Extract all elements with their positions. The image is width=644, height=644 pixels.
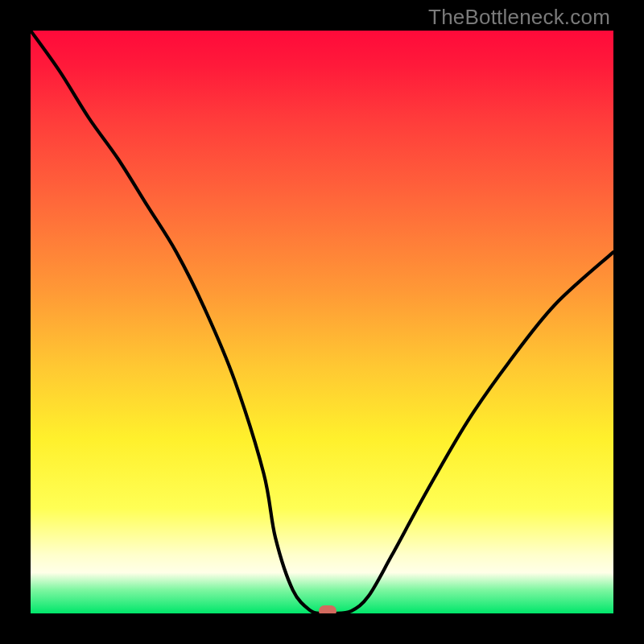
bottleneck-curve [31,31,613,613]
optimal-point-marker [319,605,336,613]
plot-area [31,31,613,613]
watermark-label: TheBottleneck.com [428,5,610,30]
chart-frame: TheBottleneck.com [0,0,644,644]
